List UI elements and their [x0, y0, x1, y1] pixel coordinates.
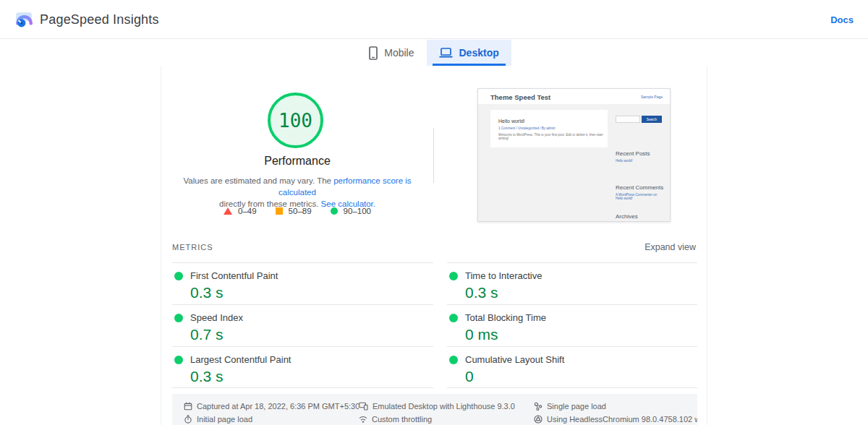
metric-name: Total Blocking Time [465, 312, 546, 323]
app-header: PageSpeed Insights Docs [0, 0, 868, 39]
score-disclaimer: Values are estimated and may vary. The p… [167, 175, 427, 210]
docs-link[interactable]: Docs [830, 14, 854, 25]
expand-view-button[interactable]: Expand view [644, 242, 696, 252]
single-page-load-item[interactable]: Single page load [534, 402, 697, 411]
metric-value: 0 [465, 368, 474, 385]
legend-pass: 90–100 [331, 207, 371, 215]
pass-circle-icon [331, 207, 338, 215]
disclaimer-line-1: Values are estimated and may vary. The p… [167, 175, 427, 198]
thumb-search-input [616, 116, 640, 123]
score-thumbnail-divider [433, 128, 434, 183]
stopwatch-icon [184, 415, 192, 424]
metric-total-blocking-time: Total Blocking Time 0 ms [447, 304, 697, 346]
metric-value: 0.3 s [190, 368, 224, 385]
thumb-post-card: Hello world! 1 Comment / Uncategorized /… [490, 110, 608, 147]
captured-at-item: Captured at Apr 18, 2022, 6:36 PM GMT+5:… [184, 402, 359, 411]
final-screenshot-thumbnail[interactable]: Theme Speed Test Sample Page Hello world… [477, 88, 671, 222]
emulated-device-item[interactable]: Emulated Desktop with Lighthouse 9.3.0 [359, 402, 534, 411]
thumb-post-body: Welcome to WordPress. This is your first… [498, 133, 603, 140]
performance-score-value: 100 [278, 110, 312, 132]
thumb-nav-link: Sample Page [641, 95, 663, 99]
metric-name: Cumulative Layout Shift [465, 354, 564, 365]
emulated-device-text: Emulated Desktop with Lighthouse 9.3.0 [373, 402, 515, 411]
app-title: PageSpeed Insights [40, 12, 159, 27]
thumb-site-body: Hello world! 1 Comment / Uncategorized /… [478, 104, 670, 221]
report-card: 100 Performance Values are estimated and… [161, 66, 707, 425]
browser-version-item[interactable]: Using HeadlessChromium 98.0.4758.102 wit… [534, 415, 697, 424]
tab-desktop-label: Desktop [459, 47, 499, 59]
thumb-search-button: Search [642, 116, 662, 123]
initial-page-load-item: Initial page load [184, 415, 359, 424]
metric-name: Time to Interactive [465, 270, 542, 281]
metric-speed-index: Speed Index 0.7 s [172, 304, 433, 346]
browser-version-text: Using HeadlessChromium 98.0.4758.102 wit… [547, 415, 697, 424]
performance-score-gauge[interactable]: 100 [268, 93, 323, 148]
disclaimer-text-1: Values are estimated and may vary. The [183, 176, 333, 185]
metric-value: 0 ms [465, 326, 498, 343]
metric-first-contentful-paint: First Contentful Paint 0.3 s [172, 262, 433, 304]
fail-triangle-icon [224, 207, 232, 215]
tab-mobile[interactable]: Mobile [357, 40, 426, 66]
thumb-site-title: Theme Speed Test [490, 93, 550, 101]
metrics-column-left: First Contentful Paint 0.3 s Speed Index… [172, 262, 433, 388]
tab-desktop[interactable]: Desktop [427, 40, 511, 66]
pagespeed-logo-icon [14, 10, 33, 29]
thumb-site-header: Theme Speed Test Sample Page [478, 89, 670, 104]
calendar-icon [184, 402, 192, 411]
desktop-laptop-icon [439, 47, 453, 59]
captured-at-text: Captured at Apr 18, 2022, 6:36 PM GMT+5:… [197, 402, 359, 411]
pass-dot-icon [174, 272, 183, 280]
brand[interactable]: PageSpeed Insights [14, 10, 159, 29]
metric-value: 0.7 s [190, 326, 224, 343]
metric-name: Speed Index [190, 312, 243, 323]
legend-average-range: 50–89 [289, 207, 312, 215]
score-legend: 0–49 50–89 90–100 [161, 207, 433, 215]
thumb-post-title: Hello world! [498, 119, 525, 124]
page-load-graph-icon [534, 402, 542, 411]
custom-throttling-item[interactable]: Custom throttling [359, 415, 534, 424]
metrics-column-right: Time to Interactive 0.3 s Total Blocking… [447, 262, 697, 388]
legend-average: 50–89 [276, 207, 312, 215]
device-tabbar: Mobile Desktop [0, 40, 868, 66]
average-square-icon [276, 207, 283, 215]
metric-largest-contentful-paint: Largest Contentful Paint 0.3 s [172, 346, 433, 388]
device-emulation-icon [359, 402, 368, 411]
thumb-search-row: Search [616, 116, 662, 123]
network-throttling-icon [359, 415, 367, 424]
pagespeed-insights-page: PageSpeed Insights Docs Mobile Desktop [0, 0, 868, 425]
mobile-phone-icon [369, 46, 378, 60]
metric-time-to-interactive: Time to Interactive 0.3 s [447, 262, 697, 304]
pass-dot-icon [449, 272, 458, 280]
single-page-load-text: Single page load [547, 402, 606, 411]
metric-name: Largest Contentful Paint [190, 354, 291, 365]
thumb-sidebar: Search Search Recent Posts Hello world! … [616, 110, 665, 123]
thumb-recent-comments-link: A WordPress Commenter on Hello world! [616, 193, 665, 200]
performance-category-label: Performance [161, 155, 433, 168]
metric-value: 0.3 s [465, 284, 498, 301]
tab-mobile-label: Mobile [384, 47, 414, 59]
legend-fail-range: 0–49 [238, 207, 257, 215]
thumb-recent-posts-link: Hello world! [616, 159, 665, 163]
initial-page-load-text: Initial page load [197, 415, 252, 424]
run-settings-footer: Captured at Apr 18, 2022, 6:36 PM GMT+5:… [172, 394, 697, 425]
metric-value: 0.3 s [190, 284, 224, 301]
thumb-post-meta: 1 Comment / Uncategorized / By admin [498, 126, 556, 130]
custom-throttling-text: Custom throttling [372, 415, 432, 424]
pass-dot-icon [174, 314, 183, 322]
metric-name: First Contentful Paint [190, 270, 278, 281]
thumb-archives-heading: Archives [616, 213, 638, 220]
legend-pass-range: 90–100 [344, 207, 371, 215]
pass-dot-icon [449, 356, 458, 364]
legend-fail: 0–49 [224, 207, 257, 215]
metrics-section-heading: METRICS [172, 243, 213, 252]
metric-cumulative-layout-shift: Cumulative Layout Shift 0 [447, 346, 697, 388]
thumb-recent-posts-heading: Recent Posts [616, 150, 650, 157]
pass-dot-icon [174, 356, 183, 364]
pass-dot-icon [449, 314, 458, 322]
thumb-recent-comments-heading: Recent Comments [616, 184, 663, 191]
chromium-icon [534, 415, 542, 424]
